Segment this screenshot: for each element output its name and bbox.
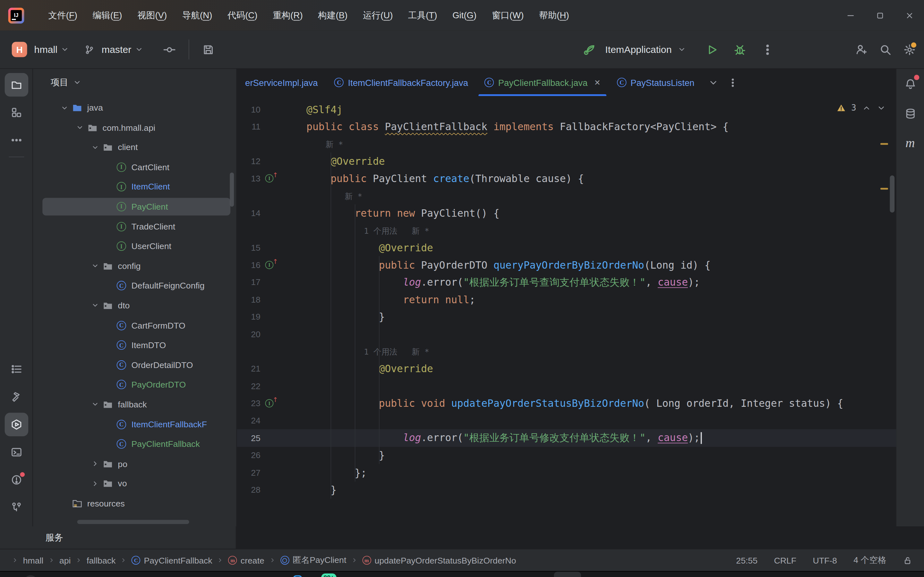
notifications-icon[interactable] xyxy=(898,74,922,95)
taskbar-app-start[interactable] xyxy=(93,572,120,577)
tree-item-itemdto[interactable]: CItemDTO xyxy=(33,336,236,356)
more-tools-icon[interactable] xyxy=(5,128,28,152)
project-tool-icon[interactable] xyxy=(5,73,28,97)
taskbar-app-at[interactable]: @ xyxy=(446,572,473,577)
git-tool-icon[interactable] xyxy=(5,496,28,519)
branch-chevron-icon[interactable] xyxy=(135,45,143,53)
implement-marker-icon[interactable]: I↑ xyxy=(265,174,274,183)
build-tool-icon[interactable] xyxy=(5,385,28,408)
taskbar-app-wechat[interactable] xyxy=(527,572,554,577)
indent-setting[interactable]: 4 个空格 xyxy=(853,554,886,566)
readonly-lock-icon[interactable] xyxy=(903,556,912,565)
tree-vertical-scrollbar[interactable] xyxy=(230,172,234,207)
code-line-28[interactable]: 28 } xyxy=(237,481,896,498)
breadcrumb-item[interactable]: hmall xyxy=(23,556,44,565)
taskbar-app-more[interactable]: ••• xyxy=(581,572,608,577)
tree-chevron-icon[interactable] xyxy=(72,124,87,131)
breadcrumb-item[interactable]: fallback xyxy=(87,556,115,565)
tree-item-vo[interactable]: vo xyxy=(33,475,236,494)
code-line-12[interactable]: 12 @Override xyxy=(237,153,896,170)
taskbar-app-monitor[interactable] xyxy=(418,572,445,577)
taskbar-app-slasha[interactable]: /A xyxy=(256,572,283,577)
save-all-icon[interactable] xyxy=(202,43,215,56)
tree-chevron-icon[interactable] xyxy=(87,401,103,408)
tree-item-orderdetaildto[interactable]: COrderDetailDTO xyxy=(33,356,236,376)
taskbar-app-navicat[interactable] xyxy=(500,572,527,577)
implement-marker-icon[interactable]: I↑ xyxy=(265,399,274,408)
code-line-14[interactable]: 14 return new PayClient() { xyxy=(237,205,896,222)
taskbar-app-explorer[interactable] xyxy=(364,572,391,577)
tree-item-payorderdto[interactable]: CPayOrderDTO xyxy=(33,376,236,395)
terminal-tool-icon[interactable] xyxy=(5,440,28,464)
code-line-15[interactable]: 15 @Override xyxy=(237,239,896,256)
tree-item-cartclient[interactable]: ICartClient xyxy=(33,158,236,177)
caret-position[interactable]: 25:55 xyxy=(736,556,758,565)
tree-item-client[interactable]: client xyxy=(33,139,236,158)
restore-button[interactable] xyxy=(865,0,895,31)
menu-item[interactable]: 工具(T) xyxy=(401,6,445,24)
menu-item[interactable]: 视图(V) xyxy=(129,6,174,24)
code-line-11[interactable]: 11public class PayClientFallback impleme… xyxy=(237,118,896,135)
search-everywhere-icon[interactable] xyxy=(879,43,892,56)
menu-item[interactable]: 构建(B) xyxy=(310,6,355,24)
code-editor[interactable]: 10@Slf4j11public class PayClientFallback… xyxy=(237,96,896,526)
editor-tab[interactable]: erServiceImpl.java xyxy=(237,69,326,96)
tree-item-payclientfallback[interactable]: CPayClientFallback xyxy=(33,435,236,455)
debug-button[interactable] xyxy=(733,43,746,56)
tree-item-po[interactable]: po xyxy=(33,455,236,474)
run-config-chevron-icon[interactable] xyxy=(678,45,686,53)
minimize-button[interactable] xyxy=(835,0,865,31)
code-line-13[interactable]: 13I↑ public PayClient create(Throwable c… xyxy=(237,170,896,187)
settings-button[interactable] xyxy=(903,43,916,56)
inlay-hint-line[interactable]: 新 * xyxy=(237,187,896,205)
taskbar-app-store[interactable] xyxy=(283,572,310,577)
code-line-21[interactable]: 21 @Override xyxy=(237,360,896,377)
menu-item[interactable]: 运行(U) xyxy=(355,6,401,24)
more-actions-icon[interactable] xyxy=(761,43,774,56)
tree-item-tradeclient[interactable]: ITradeClient xyxy=(33,218,236,237)
editor-scrollbar[interactable] xyxy=(890,175,895,213)
code-line-20[interactable]: 20 xyxy=(237,326,896,343)
tree-item-config[interactable]: config xyxy=(33,257,236,276)
next-problem-icon[interactable] xyxy=(877,103,886,112)
services-tool-icon[interactable] xyxy=(5,413,28,436)
taskbar-app-pin[interactable]: 99+ xyxy=(310,572,337,577)
breadcrumb-item[interactable]: mupdatePayOrderStatusByBizOrderNo xyxy=(362,556,516,565)
editor-tab[interactable]: CPayStatusListen xyxy=(609,69,703,96)
taskbar-app-snip[interactable]: ✂ xyxy=(229,572,256,577)
tree-item-resources[interactable]: resources xyxy=(33,495,236,514)
project-panel-title[interactable]: 项目 xyxy=(51,77,68,88)
tree-item-com-hmall-api[interactable]: com.hmall.api xyxy=(33,119,236,138)
prev-problem-icon[interactable] xyxy=(862,103,871,112)
tree-item-fallback[interactable]: fallback xyxy=(33,396,236,415)
tree-chevron-icon[interactable] xyxy=(87,301,103,309)
code-line-10[interactable]: 10@Slf4j xyxy=(237,101,896,118)
editor-tab[interactable]: CPayClientFallback.java✕ xyxy=(477,69,609,96)
tree-item-java[interactable]: java xyxy=(33,99,236,118)
code-line-27[interactable]: 27 }; xyxy=(237,464,896,481)
taskbar-app-search[interactable] xyxy=(120,572,147,577)
todo-tool-icon[interactable] xyxy=(5,358,28,381)
database-tool-icon[interactable] xyxy=(898,103,922,124)
menu-item[interactable]: Git(G) xyxy=(445,6,484,24)
taskbar-app-camera[interactable] xyxy=(202,572,228,577)
tree-item-payclient[interactable]: IPayClient xyxy=(33,198,236,217)
menu-item[interactable]: 编辑(E) xyxy=(85,6,130,24)
problems-tool-icon[interactable] xyxy=(5,468,28,492)
taskbar-app-termapp[interactable]: ›_ xyxy=(473,572,499,577)
tree-chevron-icon[interactable] xyxy=(87,143,103,151)
inlay-hint-line[interactable]: 1 个用法 新 * xyxy=(237,222,896,239)
code-line-16[interactable]: 16I↑ public PayOrderDTO queryPayOrderByB… xyxy=(237,256,896,274)
code-line-23[interactable]: 23I↑ public void updatePayOrderStatusByB… xyxy=(237,395,896,412)
tree-item-defaultfeignconfig[interactable]: CDefaultFeignConfig xyxy=(33,277,236,296)
code-with-me-icon[interactable] xyxy=(855,43,867,56)
structure-tool-icon[interactable] xyxy=(5,101,28,124)
breadcrumb-item[interactable]: mcreate xyxy=(228,556,264,565)
taskbar-app-edge[interactable] xyxy=(337,572,364,577)
breadcrumb-item[interactable]: CPayClientFallback xyxy=(132,556,212,565)
inlay-hint-line[interactable]: 1 个用法 新 * xyxy=(237,343,896,360)
implement-marker-icon[interactable]: I↑ xyxy=(265,261,274,269)
project-chevron-icon[interactable] xyxy=(61,45,69,53)
taskbar-app-idea[interactable]: IJ xyxy=(554,572,581,577)
code-line-17[interactable]: 17 log.error("根据业务订单号查询支付单状态失败！", cause)… xyxy=(237,274,896,291)
